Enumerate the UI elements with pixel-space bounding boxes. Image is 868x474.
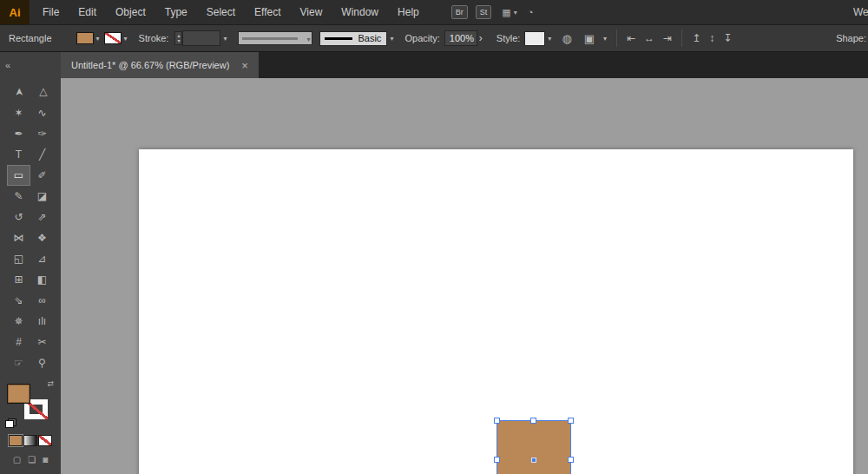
- illustrator-window: Ai File Edit Object Type Select Effect V…: [0, 0, 868, 474]
- align-options-chevron-icon[interactable]: ▾: [603, 35, 607, 43]
- fill-chevron-icon[interactable]: ▾: [96, 35, 100, 43]
- none-button[interactable]: [38, 435, 52, 446]
- selection-center-point[interactable]: [531, 458, 536, 463]
- uniform-profile-preview: [242, 37, 298, 40]
- swap-fill-stroke-icon[interactable]: ⇄: [47, 379, 54, 388]
- vertical-align-bottom-icon[interactable]: ↧: [723, 32, 732, 44]
- draw-behind-icon[interactable]: ❏: [28, 455, 36, 464]
- width-tool[interactable]: ⋈: [7, 227, 30, 248]
- separator: [681, 30, 682, 47]
- selection-handle-top-right[interactable]: [568, 418, 574, 424]
- horizontal-align-center-icon[interactable]: ↔: [644, 32, 654, 44]
- brush-stroke-preview: [325, 37, 352, 40]
- menu-object[interactable]: Object: [106, 0, 155, 24]
- type-tool[interactable]: T: [7, 144, 30, 165]
- arrange-documents-icon[interactable]: ▦: [502, 7, 510, 18]
- perspective-grid-tool[interactable]: ⊿: [30, 248, 54, 269]
- toolbar-collapse-button[interactable]: «: [0, 52, 61, 78]
- selection-handle-top-center[interactable]: [530, 418, 536, 424]
- bridge-button[interactable]: Br: [451, 5, 468, 19]
- magic-wand-tool[interactable]: ✶: [7, 102, 30, 123]
- eraser-tool[interactable]: ◪: [30, 186, 54, 207]
- stroke-color-swatch[interactable]: [104, 32, 122, 44]
- canvas-area[interactable]: [61, 78, 868, 474]
- symbol-sprayer-tool[interactable]: ✵: [7, 311, 30, 332]
- default-fill-stroke-icon[interactable]: [5, 418, 16, 428]
- mesh-tool[interactable]: ⊞: [7, 269, 30, 290]
- align-options-icon[interactable]: ▣: [584, 32, 595, 45]
- color-button[interactable]: [9, 435, 23, 446]
- direct-selection-tool[interactable]: ▷: [32, 81, 53, 104]
- pencil-tool[interactable]: ✎: [7, 186, 30, 207]
- vertical-align-center-icon[interactable]: ↕: [709, 32, 714, 44]
- menu-select[interactable]: Select: [197, 0, 245, 24]
- scale-tool[interactable]: ⇗: [30, 207, 54, 227]
- stroke-weight-stepper[interactable]: ▴ ▾: [174, 31, 182, 45]
- arrange-documents-chevron-icon[interactable]: ▾: [514, 9, 517, 16]
- width-profile-chevron-icon: ▾: [306, 36, 310, 43]
- stock-button[interactable]: St: [476, 5, 492, 19]
- control-bar: Rectangle ▾ ▾ Stroke: ▴ ▾ ▾ ▾ Basic ▾ Op…: [0, 24, 868, 52]
- selection-handle-middle-left[interactable]: [494, 457, 500, 463]
- fill-proxy-swatch[interactable]: [7, 384, 30, 404]
- graphic-style-thumbnail[interactable]: [524, 31, 545, 46]
- recolor-artwork-icon[interactable]: ◍: [562, 32, 571, 45]
- gradient-tool[interactable]: ◧: [30, 269, 54, 290]
- slice-tool[interactable]: ✂: [30, 332, 54, 352]
- selection-tool[interactable]: ➤: [9, 81, 30, 104]
- shape-builder-tool[interactable]: ◱: [7, 248, 30, 269]
- menu-window[interactable]: Window: [332, 0, 388, 24]
- rectangle-tool[interactable]: ▭: [7, 165, 30, 186]
- line-segment-tool[interactable]: ╱: [30, 144, 54, 165]
- tools-grid: ➤ ▷ ✶ ∿ ✒ ✑ T ╱ ▭ ✐ ✎ ◪ ↺ ⇗ ⋈ ❖ ◱ ⊿ ⊞ ◧ …: [7, 82, 54, 373]
- artboard[interactable]: [139, 149, 853, 474]
- brush-definition-dropdown[interactable]: Basic: [319, 31, 387, 46]
- menu-help[interactable]: Help: [388, 0, 429, 24]
- stroke-weight-label: Stroke:: [139, 33, 169, 43]
- selection-handle-top-left[interactable]: [494, 418, 500, 424]
- close-tab-icon[interactable]: ×: [241, 59, 248, 72]
- document-tab-title: Untitled-1* @ 66.67% (RGB/Preview): [71, 60, 229, 70]
- menu-effect[interactable]: Effect: [245, 0, 290, 24]
- paintbrush-tool[interactable]: ✐: [30, 165, 54, 186]
- document-tab[interactable]: Untitled-1* @ 66.67% (RGB/Preview) ×: [61, 52, 259, 78]
- stroke-weight-chevron-icon[interactable]: ▾: [223, 35, 227, 43]
- menu-file[interactable]: File: [33, 0, 69, 24]
- horizontal-align-left-icon[interactable]: ⇤: [627, 32, 635, 44]
- free-transform-tool[interactable]: ❖: [30, 227, 54, 248]
- sync-settings-icon[interactable]: ◔: [528, 7, 534, 17]
- stroke-chevron-icon[interactable]: ▾: [124, 35, 128, 43]
- column-graph-tool[interactable]: ılı: [30, 311, 54, 332]
- gradient-button[interactable]: [23, 435, 37, 446]
- workspace-switcher[interactable]: Wel: [853, 0, 868, 24]
- menu-type[interactable]: Type: [155, 0, 197, 24]
- lasso-tool[interactable]: ∿: [30, 102, 54, 123]
- blend-tool[interactable]: ∞: [30, 290, 54, 311]
- menu-view[interactable]: View: [291, 0, 332, 24]
- selection-handle-middle-right[interactable]: [568, 457, 574, 463]
- selected-rectangle[interactable]: [496, 420, 571, 474]
- app-logo: Ai: [0, 0, 30, 24]
- zoom-tool[interactable]: ⚲: [30, 352, 54, 373]
- menu-edit[interactable]: Edit: [69, 0, 106, 24]
- stroke-weight-field[interactable]: [182, 30, 220, 46]
- document-tab-strip: « Untitled-1* @ 66.67% (RGB/Preview) ×: [0, 52, 868, 78]
- style-chevron-icon[interactable]: ▾: [548, 35, 551, 43]
- eyedropper-tool[interactable]: ⇘: [7, 290, 30, 311]
- rotate-tool[interactable]: ↺: [7, 207, 30, 227]
- menu-bar: Ai File Edit Object Type Select Effect V…: [0, 0, 868, 24]
- vertical-align-top-icon[interactable]: ↥: [692, 32, 700, 44]
- hand-tool[interactable]: ☞: [7, 352, 30, 373]
- pen-tool[interactable]: ✒: [7, 123, 30, 144]
- brush-chevron-icon[interactable]: ▾: [390, 35, 393, 43]
- width-profile-dropdown[interactable]: ▾: [238, 31, 312, 45]
- artboard-tool[interactable]: #: [7, 332, 30, 352]
- stepper-down-icon[interactable]: ▾: [177, 38, 180, 43]
- curvature-tool[interactable]: ✑: [30, 123, 54, 144]
- fill-color-swatch[interactable]: [76, 32, 94, 44]
- opacity-more-icon[interactable]: ›: [479, 32, 483, 44]
- draw-inside-icon[interactable]: ◙: [43, 455, 48, 464]
- draw-normal-icon[interactable]: ▢: [13, 455, 21, 464]
- horizontal-align-right-icon[interactable]: ⇥: [663, 32, 672, 44]
- opacity-field[interactable]: 100%: [444, 30, 477, 46]
